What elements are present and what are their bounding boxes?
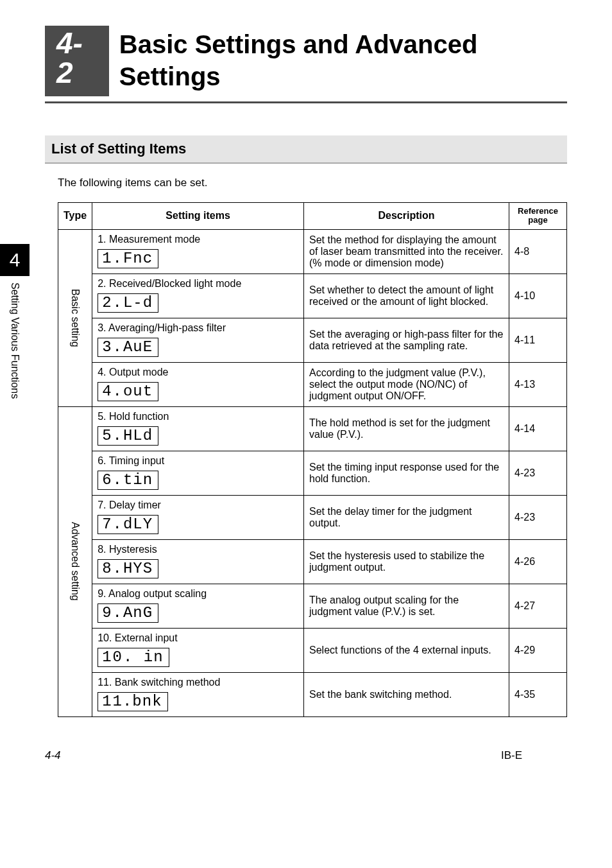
table-header-row: Type Setting items Description Reference…: [58, 203, 567, 230]
setting-cell: 8. Hysteresis 8.HYS: [92, 539, 304, 584]
ref-cell: 4-26: [509, 539, 567, 584]
display-box: 9.AnG: [98, 603, 158, 623]
display-box: 11.bnk: [98, 692, 167, 711]
desc-cell: Set the averaging or high-pass filter fo…: [304, 318, 509, 362]
ref-cell: 4-11: [509, 318, 567, 362]
ref-cell: 4-13: [509, 362, 567, 406]
section-header: 4-2 Basic Settings and Advanced Settings: [45, 26, 567, 96]
desc-cell: Select functions of the 4 external input…: [304, 628, 509, 672]
display-box: 1.Fnc: [98, 249, 158, 268]
setting-name: 1. Measurement mode: [98, 234, 298, 245]
setting-cell: 11. Bank switching method 11.bnk: [92, 672, 304, 716]
ref-cell: 4-35: [509, 672, 567, 716]
table-row: 4. Output mode 4.out According to the ju…: [58, 362, 567, 406]
setting-name: 11. Bank switching method: [98, 677, 298, 688]
ref-cell: 4-10: [509, 273, 567, 318]
table-row: 8. Hysteresis 8.HYS Set the hysteresis u…: [58, 539, 567, 584]
table-row: 3. Averaging/High-pass filter 3.AuE Set …: [58, 318, 567, 362]
display-box: 7.dLY: [98, 515, 158, 534]
display-box: 6.tin: [98, 471, 158, 490]
setting-cell: 10. External input 10. in: [92, 628, 304, 672]
settings-table: Type Setting items Description Reference…: [58, 202, 567, 717]
col-ref: Reference page: [509, 203, 567, 230]
setting-name: 7. Delay timer: [98, 499, 298, 511]
desc-cell: Set the timing input response used for t…: [304, 451, 509, 495]
display-box: 4.out: [98, 382, 158, 401]
chapter-number-badge: 4: [0, 244, 30, 276]
ref-cell: 4-14: [509, 406, 567, 451]
desc-cell: Set the bank switching method.: [304, 672, 509, 716]
desc-cell: Set the method for displaying the amount…: [304, 229, 509, 273]
setting-cell: 4. Output mode 4.out: [92, 362, 304, 406]
subsection-title: List of Setting Items: [45, 135, 567, 164]
setting-cell: 7. Delay timer 7.dLY: [92, 495, 304, 539]
col-type: Type: [58, 203, 92, 230]
table-row: 9. Analog output scaling 9.AnG The analo…: [58, 584, 567, 628]
desc-cell: According to the judgment value (P.V.), …: [304, 362, 509, 406]
setting-cell: 5. Hold function 5.HLd: [92, 406, 304, 451]
type-cell-basic: Basic setting: [58, 229, 92, 406]
ref-cell: 4-29: [509, 628, 567, 672]
desc-cell: The hold method is set for the judgment …: [304, 406, 509, 451]
desc-cell: Set whether to detect the amount of ligh…: [304, 273, 509, 318]
ref-cell: 4-23: [509, 495, 567, 539]
intro-text: The following items can be set.: [58, 177, 567, 189]
setting-cell: 9. Analog output scaling 9.AnG: [92, 584, 304, 628]
table-row: 7. Delay timer 7.dLY Set the delay timer…: [58, 495, 567, 539]
desc-cell: Set the hysteresis used to stabilize the…: [304, 539, 509, 584]
setting-cell: 1. Measurement mode 1.Fnc: [92, 229, 304, 273]
setting-name: 9. Analog output scaling: [98, 588, 298, 600]
ref-cell: 4-23: [509, 451, 567, 495]
display-box: 10. in: [98, 648, 169, 667]
setting-cell: 3. Averaging/High-pass filter 3.AuE: [92, 318, 304, 362]
display-box: 5.HLd: [98, 426, 158, 446]
setting-cell: 2. Received/Blocked light mode 2.L-d: [92, 273, 304, 318]
chapter-caption: Setting Various Functions: [9, 282, 21, 399]
desc-cell: The analog output scaling for the judgme…: [304, 584, 509, 628]
display-box: 2.L-d: [98, 293, 158, 313]
ref-cell: 4-8: [509, 229, 567, 273]
table-row: 10. External input 10. in Select functio…: [58, 628, 567, 672]
footer-page-number: 4-4: [45, 749, 61, 762]
table-row: Basic setting 1. Measurement mode 1.Fnc …: [58, 229, 567, 273]
setting-name: 6. Timing input: [98, 455, 298, 467]
col-desc: Description: [304, 203, 509, 230]
col-items: Setting items: [92, 203, 304, 230]
type-cell-advanced: Advanced setting: [58, 406, 92, 716]
page-footer: 4-4 IB-E: [45, 749, 522, 762]
header-underline: [45, 101, 567, 103]
display-box: 8.HYS: [98, 559, 158, 578]
setting-name: 5. Hold function: [98, 411, 298, 422]
setting-cell: 6. Timing input 6.tin: [92, 451, 304, 495]
table-row: 2. Received/Blocked light mode 2.L-d Set…: [58, 273, 567, 318]
table-row: 11. Bank switching method 11.bnk Set the…: [58, 672, 567, 716]
side-tab: 4 Setting Various Functions: [0, 244, 30, 399]
setting-name: 10. External input: [98, 632, 298, 644]
display-box: 3.AuE: [98, 338, 158, 357]
setting-name: 3. Averaging/High-pass filter: [98, 322, 298, 334]
section-number-badge: 4-2: [45, 26, 109, 96]
table-row: Advanced setting 5. Hold function 5.HLd …: [58, 406, 567, 451]
setting-name: 2. Received/Blocked light mode: [98, 278, 298, 290]
ref-cell: 4-27: [509, 584, 567, 628]
setting-name: 8. Hysteresis: [98, 544, 298, 555]
desc-cell: Set the delay timer for the judgment out…: [304, 495, 509, 539]
section-title: Basic Settings and Advanced Settings: [119, 26, 567, 92]
footer-doc-id: IB-E: [501, 749, 522, 762]
table-row: 6. Timing input 6.tin Set the timing inp…: [58, 451, 567, 495]
setting-name: 4. Output mode: [98, 367, 298, 378]
